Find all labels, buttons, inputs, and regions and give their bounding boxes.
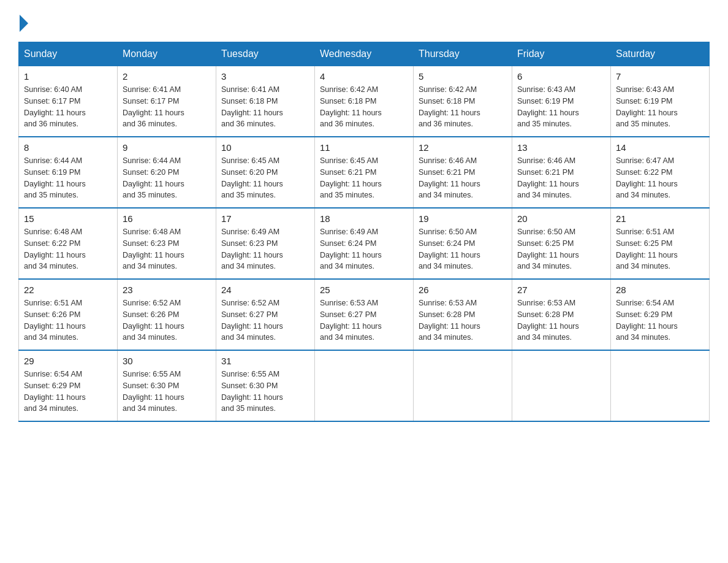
day-number: 30: [123, 356, 211, 366]
calendar-cell: 16 Sunrise: 6:48 AM Sunset: 6:23 PM Dayl…: [118, 208, 216, 279]
calendar-cell: 28 Sunrise: 6:54 AM Sunset: 6:29 PM Dayl…: [611, 279, 710, 350]
calendar-cell: 11 Sunrise: 6:45 AM Sunset: 6:21 PM Dayl…: [315, 137, 414, 208]
day-number: 16: [123, 213, 211, 224]
calendar-week-row: 8 Sunrise: 6:44 AM Sunset: 6:19 PM Dayli…: [19, 137, 710, 208]
day-number: 25: [320, 285, 408, 295]
calendar-cell: 15 Sunrise: 6:48 AM Sunset: 6:22 PM Dayl…: [19, 208, 118, 279]
day-info: Sunrise: 6:52 AM Sunset: 6:26 PM Dayligh…: [123, 297, 211, 343]
day-info: Sunrise: 6:53 AM Sunset: 6:27 PM Dayligh…: [320, 297, 408, 343]
calendar-cell: 8 Sunrise: 6:44 AM Sunset: 6:19 PM Dayli…: [19, 137, 118, 208]
day-info: Sunrise: 6:48 AM Sunset: 6:22 PM Dayligh…: [24, 226, 112, 272]
calendar-cell: [512, 350, 611, 421]
day-number: 3: [221, 71, 309, 82]
day-info: Sunrise: 6:54 AM Sunset: 6:29 PM Dayligh…: [24, 369, 112, 415]
calendar-header-row: SundayMondayTuesdayWednesdayThursdayFrid…: [19, 42, 710, 66]
day-number: 17: [221, 213, 309, 224]
logo: [18, 12, 28, 29]
day-number: 14: [616, 142, 704, 153]
day-number: 1: [24, 71, 112, 82]
day-info: Sunrise: 6:42 AM Sunset: 6:18 PM Dayligh…: [320, 84, 408, 130]
day-info: Sunrise: 6:52 AM Sunset: 6:27 PM Dayligh…: [221, 297, 309, 343]
day-number: 23: [123, 285, 211, 295]
day-info: Sunrise: 6:55 AM Sunset: 6:30 PM Dayligh…: [221, 369, 309, 415]
header-saturday: Saturday: [611, 42, 710, 66]
calendar-cell: 13 Sunrise: 6:46 AM Sunset: 6:21 PM Dayl…: [512, 137, 611, 208]
day-info: Sunrise: 6:49 AM Sunset: 6:24 PM Dayligh…: [320, 226, 408, 272]
calendar-cell: 24 Sunrise: 6:52 AM Sunset: 6:27 PM Dayl…: [216, 279, 315, 350]
day-info: Sunrise: 6:41 AM Sunset: 6:18 PM Dayligh…: [221, 84, 309, 130]
day-info: Sunrise: 6:55 AM Sunset: 6:30 PM Dayligh…: [123, 369, 211, 415]
calendar-cell: 19 Sunrise: 6:50 AM Sunset: 6:24 PM Dayl…: [414, 208, 512, 279]
day-number: 13: [517, 142, 605, 153]
calendar-table: SundayMondayTuesdayWednesdayThursdayFrid…: [18, 42, 710, 422]
calendar-cell: 3 Sunrise: 6:41 AM Sunset: 6:18 PM Dayli…: [216, 66, 315, 137]
day-info: Sunrise: 6:53 AM Sunset: 6:28 PM Dayligh…: [517, 297, 605, 343]
calendar-week-row: 1 Sunrise: 6:40 AM Sunset: 6:17 PM Dayli…: [19, 66, 710, 137]
day-info: Sunrise: 6:46 AM Sunset: 6:21 PM Dayligh…: [517, 155, 605, 201]
calendar-cell: 25 Sunrise: 6:53 AM Sunset: 6:27 PM Dayl…: [315, 279, 414, 350]
day-number: 6: [517, 71, 605, 82]
calendar-cell: 21 Sunrise: 6:51 AM Sunset: 6:25 PM Dayl…: [611, 208, 710, 279]
header-monday: Monday: [118, 42, 216, 66]
calendar-cell: 31 Sunrise: 6:55 AM Sunset: 6:30 PM Dayl…: [216, 350, 315, 421]
day-number: 31: [221, 356, 309, 366]
header-tuesday: Tuesday: [216, 42, 315, 66]
day-info: Sunrise: 6:50 AM Sunset: 6:24 PM Dayligh…: [419, 226, 507, 272]
day-number: 4: [320, 71, 408, 82]
calendar-cell: 29 Sunrise: 6:54 AM Sunset: 6:29 PM Dayl…: [19, 350, 118, 421]
calendar-cell: 14 Sunrise: 6:47 AM Sunset: 6:22 PM Dayl…: [611, 137, 710, 208]
logo-arrow-icon: [20, 15, 28, 32]
day-number: 18: [320, 213, 408, 224]
day-info: Sunrise: 6:47 AM Sunset: 6:22 PM Dayligh…: [616, 155, 704, 201]
calendar-cell: 6 Sunrise: 6:43 AM Sunset: 6:19 PM Dayli…: [512, 66, 611, 137]
day-info: Sunrise: 6:42 AM Sunset: 6:18 PM Dayligh…: [419, 84, 507, 130]
calendar-cell: [414, 350, 512, 421]
calendar-cell: 26 Sunrise: 6:53 AM Sunset: 6:28 PM Dayl…: [414, 279, 512, 350]
calendar-cell: 2 Sunrise: 6:41 AM Sunset: 6:17 PM Dayli…: [118, 66, 216, 137]
day-number: 10: [221, 142, 309, 153]
day-number: 28: [616, 285, 704, 295]
day-number: 29: [24, 356, 112, 366]
calendar-cell: 1 Sunrise: 6:40 AM Sunset: 6:17 PM Dayli…: [19, 66, 118, 137]
day-number: 9: [123, 142, 211, 153]
day-info: Sunrise: 6:45 AM Sunset: 6:21 PM Dayligh…: [320, 155, 408, 201]
day-number: 5: [419, 71, 507, 82]
day-number: 27: [517, 285, 605, 295]
header-wednesday: Wednesday: [315, 42, 414, 66]
header-thursday: Thursday: [414, 42, 512, 66]
page-header: [18, 12, 710, 29]
calendar-cell: 18 Sunrise: 6:49 AM Sunset: 6:24 PM Dayl…: [315, 208, 414, 279]
day-number: 2: [123, 71, 211, 82]
day-number: 26: [419, 285, 507, 295]
calendar-cell: 9 Sunrise: 6:44 AM Sunset: 6:20 PM Dayli…: [118, 137, 216, 208]
day-info: Sunrise: 6:45 AM Sunset: 6:20 PM Dayligh…: [221, 155, 309, 201]
day-info: Sunrise: 6:50 AM Sunset: 6:25 PM Dayligh…: [517, 226, 605, 272]
calendar-cell: 27 Sunrise: 6:53 AM Sunset: 6:28 PM Dayl…: [512, 279, 611, 350]
day-info: Sunrise: 6:44 AM Sunset: 6:19 PM Dayligh…: [24, 155, 112, 201]
header-sunday: Sunday: [19, 42, 118, 66]
day-info: Sunrise: 6:46 AM Sunset: 6:21 PM Dayligh…: [419, 155, 507, 201]
calendar-week-row: 29 Sunrise: 6:54 AM Sunset: 6:29 PM Dayl…: [19, 350, 710, 421]
day-number: 21: [616, 213, 704, 224]
day-number: 20: [517, 213, 605, 224]
calendar-cell: 10 Sunrise: 6:45 AM Sunset: 6:20 PM Dayl…: [216, 137, 315, 208]
calendar-cell: 4 Sunrise: 6:42 AM Sunset: 6:18 PM Dayli…: [315, 66, 414, 137]
calendar-week-row: 15 Sunrise: 6:48 AM Sunset: 6:22 PM Dayl…: [19, 208, 710, 279]
day-info: Sunrise: 6:44 AM Sunset: 6:20 PM Dayligh…: [123, 155, 211, 201]
day-number: 15: [24, 213, 112, 224]
day-info: Sunrise: 6:54 AM Sunset: 6:29 PM Dayligh…: [616, 297, 704, 343]
calendar-cell: 12 Sunrise: 6:46 AM Sunset: 6:21 PM Dayl…: [414, 137, 512, 208]
day-info: Sunrise: 6:51 AM Sunset: 6:26 PM Dayligh…: [24, 297, 112, 343]
calendar-cell: 7 Sunrise: 6:43 AM Sunset: 6:19 PM Dayli…: [611, 66, 710, 137]
calendar-week-row: 22 Sunrise: 6:51 AM Sunset: 6:26 PM Dayl…: [19, 279, 710, 350]
calendar-cell: [611, 350, 710, 421]
calendar-cell: 5 Sunrise: 6:42 AM Sunset: 6:18 PM Dayli…: [414, 66, 512, 137]
day-number: 8: [24, 142, 112, 153]
calendar-cell: 17 Sunrise: 6:49 AM Sunset: 6:23 PM Dayl…: [216, 208, 315, 279]
header-friday: Friday: [512, 42, 611, 66]
day-number: 24: [221, 285, 309, 295]
day-info: Sunrise: 6:43 AM Sunset: 6:19 PM Dayligh…: [517, 84, 605, 130]
day-info: Sunrise: 6:49 AM Sunset: 6:23 PM Dayligh…: [221, 226, 309, 272]
day-number: 22: [24, 285, 112, 295]
day-info: Sunrise: 6:51 AM Sunset: 6:25 PM Dayligh…: [616, 226, 704, 272]
